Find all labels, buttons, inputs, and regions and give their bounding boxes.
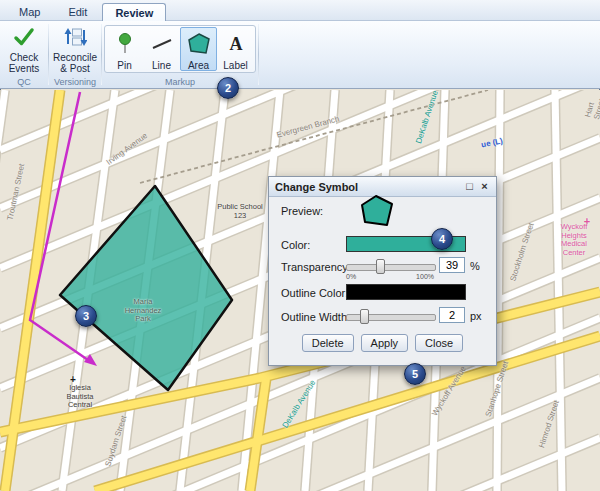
group-markup: Pin Line Area (102, 21, 258, 88)
area-button[interactable]: Area (180, 27, 217, 71)
outline-width-value-input[interactable] (439, 307, 465, 323)
group-label-markup: Markup (102, 77, 258, 87)
dialog-title: Change Symbol (275, 181, 462, 193)
pin-button[interactable]: Pin (106, 27, 143, 71)
dialog-button-row: Delete Apply Close (269, 334, 496, 352)
svg-text:A: A (229, 34, 242, 54)
delete-button[interactable]: Delete (302, 334, 354, 352)
tab-map[interactable]: Map (6, 2, 53, 20)
outline-width-slider-thumb[interactable] (360, 309, 369, 324)
transparency-min-label: 0% (346, 273, 356, 280)
application-window: MapEditReview Check Events QC (0, 0, 600, 491)
maximize-icon[interactable]: □ (462, 179, 477, 194)
group-versioning: Reconcile & Post Versioning (49, 21, 101, 88)
area-label: Area (188, 60, 209, 71)
label-button[interactable]: A Label (217, 27, 254, 71)
line-label: Line (152, 60, 171, 71)
transparency-slider[interactable] (346, 264, 436, 271)
reconcile-post-label: Reconcile & Post (50, 52, 100, 74)
tab-edit[interactable]: Edit (55, 2, 100, 20)
tab-review[interactable]: Review (102, 3, 166, 21)
group-label-qc: QC (0, 77, 48, 87)
preview-label: Preview: (281, 205, 323, 217)
color-swatch[interactable] (346, 236, 466, 252)
transparency-minmax: 0% 100% (346, 273, 434, 280)
transparency-value-input[interactable] (439, 257, 465, 273)
outline-width-unit: px (470, 310, 482, 322)
close-icon[interactable]: × (477, 179, 492, 194)
transparency-max-label: 100% (416, 273, 434, 280)
markup-tools-panel: Pin Line Area (104, 25, 256, 73)
check-icon (13, 26, 35, 52)
group-qc: Check Events QC (0, 21, 48, 88)
pin-icon (114, 32, 136, 60)
transparency-slider-thumb[interactable] (376, 259, 385, 274)
outline-width-slider[interactable] (346, 314, 436, 321)
transparency-unit: % (470, 260, 480, 272)
label-icon: A (225, 32, 247, 60)
group-separator (258, 24, 259, 85)
ribbon-tabstrip: MapEditReview (0, 0, 600, 21)
ribbon: Check Events QC Reconcile & Post (0, 21, 600, 89)
label-label: Label (223, 60, 247, 71)
reconcile-post-button[interactable]: Reconcile & Post (50, 23, 100, 75)
symbol-preview (359, 193, 395, 231)
outline-color-swatch[interactable] (346, 284, 466, 300)
check-events-label: Check Events (1, 52, 47, 74)
outline-color-label: Outline Color: (281, 287, 348, 299)
apply-button[interactable]: Apply (361, 334, 409, 352)
reconcile-post-icon (63, 26, 87, 52)
pin-label: Pin (117, 60, 131, 71)
tab-list: MapEditReview (6, 2, 168, 20)
area-icon (188, 32, 210, 60)
check-events-button[interactable]: Check Events (1, 23, 47, 75)
outline-width-label: Outline Width: (281, 311, 350, 323)
line-button[interactable]: Line (143, 27, 180, 71)
line-icon (151, 32, 173, 60)
transparency-label: Transparency: (281, 261, 351, 273)
color-label: Color: (281, 239, 310, 251)
change-symbol-dialog: Change Symbol □ × Preview: Color: Transp… (268, 176, 497, 366)
group-label-versioning: Versioning (49, 77, 101, 87)
close-button[interactable]: Close (415, 334, 463, 352)
